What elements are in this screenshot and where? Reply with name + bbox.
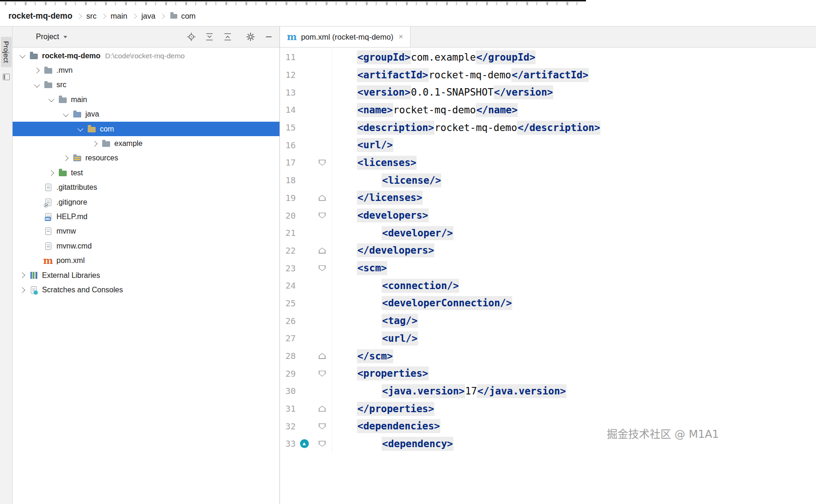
code-line-22[interactable]: 22</developers> xyxy=(280,242,816,260)
fold-glyph xyxy=(319,213,326,219)
file-glyph xyxy=(45,213,51,221)
tree-item-label: .mvn xyxy=(56,66,73,75)
fold-start-icon[interactable] xyxy=(313,371,332,377)
tree-item-mvnw-cmd[interactable]: mvnw.cmd xyxy=(13,239,279,253)
code-text: <dependencies> xyxy=(332,417,440,435)
project-folder-icon xyxy=(28,51,39,61)
tool-window-button-project[interactable]: Project xyxy=(1,37,12,67)
tree-item-src[interactable]: src xyxy=(13,78,279,92)
code-line-20[interactable]: 20<developers> xyxy=(280,207,816,224)
code-line-21[interactable]: 21<developer/> xyxy=(280,224,816,242)
code-line-13[interactable]: 13<version>0.0.1-SNAPSHOT</version> xyxy=(280,83,816,101)
breadcrumb-item-com[interactable]: com xyxy=(181,12,195,21)
breadcrumb-item-main[interactable]: main xyxy=(111,12,127,21)
chevron-glyph xyxy=(19,273,25,278)
code-line-11[interactable]: 11<groupId>com.example</groupId> xyxy=(280,48,816,66)
breadcrumb-separator-icon xyxy=(77,14,82,19)
expand-all-icon[interactable] xyxy=(205,33,214,41)
tool-window-icon[interactable] xyxy=(3,74,10,80)
fold-start-icon[interactable] xyxy=(313,441,332,447)
tree-item-pom-xml[interactable]: pom.xml xyxy=(13,253,279,268)
fold-start-icon[interactable] xyxy=(313,423,332,429)
breadcrumb-item-java[interactable]: java xyxy=(141,12,155,21)
chevron-right-icon[interactable] xyxy=(16,273,28,277)
chevron-right-icon[interactable] xyxy=(60,156,72,160)
breadcrumb-item-src[interactable]: src xyxy=(86,12,97,21)
code-line-19[interactable]: 19</licenses> xyxy=(280,189,816,207)
folder-glyph xyxy=(73,112,81,117)
locate-file-icon[interactable] xyxy=(187,33,195,41)
tree-item-com[interactable]: com xyxy=(13,122,279,136)
tree-item-mvnw[interactable]: mvnw xyxy=(13,224,279,239)
fold-start-icon[interactable] xyxy=(313,265,332,271)
chevron-down-icon[interactable] xyxy=(16,55,28,57)
code-line-28[interactable]: 28</scm> xyxy=(280,347,816,365)
breadcrumb-item-rocket-mq-demo[interactable]: rocket-mq-demo xyxy=(8,11,72,21)
code-line-23[interactable]: 23<scm> xyxy=(280,259,816,277)
chevron-down-icon[interactable] xyxy=(45,98,57,101)
code-line-29[interactable]: 29<properties> xyxy=(280,365,816,382)
tree-item-scratches-and-consoles[interactable]: Scratches and Consoles xyxy=(13,283,279,297)
tree-item-rocket-mq-demo[interactable]: rocket-mq-demoD:\code\rocket-mq-demo xyxy=(13,48,279,63)
tool-window-stripe: Project xyxy=(0,27,13,504)
xml-tag: <tag/> xyxy=(382,314,418,328)
fold-end-icon[interactable] xyxy=(313,353,332,359)
chevron-right-icon[interactable] xyxy=(31,69,43,73)
tree-item-main[interactable]: main xyxy=(13,92,279,107)
settings-gear-icon[interactable] xyxy=(246,33,255,41)
code-line-12[interactable]: 12<artifactId>rocket-mq-demo</artifactId… xyxy=(280,66,816,84)
code-line-16[interactable]: 16<url/> xyxy=(280,136,816,154)
chevron-down-icon[interactable] xyxy=(60,113,72,116)
tree-item-mvn[interactable]: .mvn xyxy=(13,63,279,77)
fold-start-icon[interactable] xyxy=(313,159,332,166)
code-line-25[interactable]: 25<developerConnection/> xyxy=(280,295,816,312)
tree-item-external-libraries[interactable]: External Libraries xyxy=(13,268,279,283)
code-line-26[interactable]: 26<tag/> xyxy=(280,312,816,330)
chevron-right-icon[interactable] xyxy=(45,171,57,175)
tree-item-resources[interactable]: resources xyxy=(13,151,279,166)
code-line-33[interactable]: 33<dependency> xyxy=(280,435,816,453)
fold-end-icon[interactable] xyxy=(313,406,332,412)
tab-pom-xml[interactable]: m pom.xml (rocket-mq-demo) × xyxy=(280,27,411,47)
xml-tag: <dependency> xyxy=(382,437,453,451)
code-line-27[interactable]: 27<url/> xyxy=(280,330,816,347)
tree-item-help-md[interactable]: HELP.md xyxy=(13,209,279,224)
code-line-31[interactable]: 31</properties> xyxy=(280,400,816,418)
project-view-dropdown[interactable]: Project xyxy=(36,33,67,41)
collapse-all-icon[interactable] xyxy=(223,33,232,41)
code-text: <scm> xyxy=(332,259,387,277)
folder-glyph xyxy=(102,141,110,147)
code-text: </properties> xyxy=(332,400,434,418)
folder-source-icon xyxy=(72,110,82,119)
chevron-down-icon[interactable] xyxy=(74,128,86,131)
tree-item-gitignore[interactable]: .gitignore xyxy=(13,195,279,209)
tree-item-label: pom.xml xyxy=(56,256,84,265)
xml-text-value: rocket-mq-demo xyxy=(429,68,511,82)
close-tab-icon[interactable]: × xyxy=(398,32,403,41)
tab-title: pom.xml (rocket-mq-demo) xyxy=(301,33,393,41)
chevron-down-icon[interactable] xyxy=(31,84,43,87)
chevron-right-icon[interactable] xyxy=(16,288,28,292)
line-number: 27 xyxy=(280,333,296,343)
fold-end-icon[interactable] xyxy=(313,248,332,254)
tree-item-gitattributes[interactable]: .gitattributes xyxy=(13,180,279,195)
code-line-15[interactable]: 15<description>rocket-mq-demo</descripti… xyxy=(280,119,816,137)
hide-panel-icon[interactable] xyxy=(265,33,273,41)
line-number: 33 xyxy=(280,439,296,449)
code-line-14[interactable]: 14<name>rocket-mq-demo</name> xyxy=(280,101,816,119)
code-line-17[interactable]: 17<licenses> xyxy=(280,154,816,172)
gutter-teal-dot-icon[interactable] xyxy=(296,439,313,448)
tree-item-example[interactable]: example xyxy=(13,136,279,151)
file-glyph xyxy=(45,228,51,235)
code-line-18[interactable]: 18<license/> xyxy=(280,172,816,189)
fold-start-icon[interactable] xyxy=(313,213,332,219)
chevron-glyph xyxy=(63,155,68,161)
chevron-right-icon[interactable] xyxy=(89,142,101,146)
fold-end-icon[interactable] xyxy=(313,195,332,201)
code-line-30[interactable]: 30<java.version>17</java.version> xyxy=(280,382,816,400)
tree-item-java[interactable]: java xyxy=(13,107,279,122)
tree-item-test[interactable]: test xyxy=(13,166,279,180)
code-line-32[interactable]: 32<dependencies> xyxy=(280,417,816,435)
code-line-24[interactable]: 24<connection/> xyxy=(280,277,816,295)
file-plain-icon xyxy=(43,227,53,236)
